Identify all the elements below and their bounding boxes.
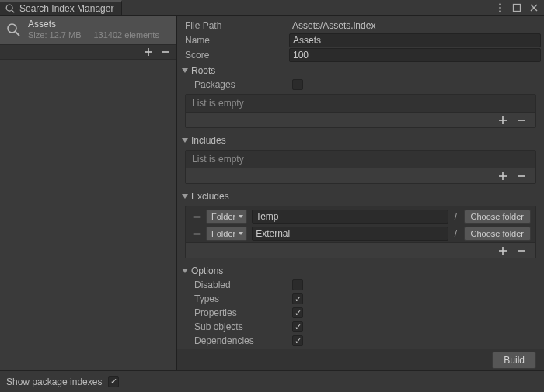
roots-add-button[interactable] bbox=[497, 114, 509, 127]
index-list-item[interactable]: Assets Size: 12.7 MB 131402 elements bbox=[0, 16, 176, 44]
show-package-indexes-checkbox[interactable]: ✓ bbox=[108, 376, 119, 387]
exclude-row: ═ Folder / Choose folder bbox=[186, 225, 535, 242]
option-label: Disabled bbox=[194, 279, 292, 290]
details-panel: File Path Assets/Assets.index Name Score… bbox=[177, 16, 544, 370]
svg-point-2 bbox=[499, 3, 500, 5]
option-row: Properties✓ bbox=[194, 306, 541, 320]
svg-point-8 bbox=[8, 24, 16, 33]
exclude-value-input[interactable] bbox=[252, 210, 448, 224]
roots-header[interactable]: Roots bbox=[180, 63, 541, 78]
details-bottom-bar: Build bbox=[177, 349, 544, 370]
foldout-open-icon bbox=[182, 137, 188, 144]
svg-marker-13 bbox=[182, 68, 188, 73]
choose-folder-button[interactable]: Choose folder bbox=[464, 227, 532, 241]
choose-folder-button[interactable]: Choose folder bbox=[464, 210, 532, 224]
includes-header[interactable]: Includes bbox=[180, 133, 541, 147]
exclude-value-input[interactable] bbox=[252, 227, 448, 241]
window-footer: Show package indexes ✓ bbox=[0, 370, 544, 392]
svg-line-9 bbox=[16, 32, 19, 36]
option-checkbox[interactable]: ✓ bbox=[292, 307, 303, 318]
svg-point-3 bbox=[499, 6, 500, 8]
includes-empty-text: List is empty bbox=[186, 151, 535, 168]
option-label: Types bbox=[194, 293, 292, 304]
svg-rect-5 bbox=[514, 4, 521, 11]
option-checkbox[interactable] bbox=[292, 279, 303, 290]
file-path-value: Assets/Assets.index bbox=[289, 19, 541, 33]
name-input[interactable] bbox=[289, 33, 541, 47]
score-input[interactable] bbox=[289, 48, 541, 62]
svg-point-4 bbox=[499, 10, 500, 12]
foldout-open-icon bbox=[182, 68, 188, 74]
score-label: Score bbox=[180, 50, 289, 61]
includes-add-button[interactable] bbox=[497, 170, 509, 182]
option-label: Dependencies bbox=[194, 335, 292, 346]
excludes-header[interactable]: Excludes bbox=[180, 189, 541, 203]
roots-list: List is empty bbox=[185, 94, 536, 128]
svg-line-1 bbox=[12, 10, 14, 12]
svg-marker-25 bbox=[182, 269, 188, 273]
roots-empty-text: List is empty bbox=[186, 95, 535, 112]
svg-point-0 bbox=[6, 5, 12, 11]
option-row: Dependencies✓ bbox=[194, 334, 541, 348]
option-checkbox[interactable]: ✓ bbox=[292, 335, 303, 346]
sidebar-toolbar bbox=[0, 44, 176, 60]
exclude-type-dropdown[interactable]: Folder bbox=[206, 227, 247, 241]
exclude-type-dropdown[interactable]: Folder bbox=[206, 210, 247, 224]
index-name: Assets bbox=[28, 19, 172, 30]
drag-handle-icon[interactable]: ═ bbox=[190, 211, 201, 222]
excludes-add-button[interactable] bbox=[497, 245, 509, 257]
drag-handle-icon[interactable]: ═ bbox=[190, 228, 201, 239]
maximize-icon[interactable] bbox=[511, 2, 522, 13]
packages-label: Packages bbox=[194, 79, 292, 90]
includes-list: List is empty bbox=[185, 150, 536, 184]
options-header[interactable]: Options bbox=[180, 263, 541, 278]
option-checkbox[interactable]: ✓ bbox=[292, 321, 303, 332]
excludes-list: ═ Folder / Choose folder ═ Folder / Choo… bbox=[185, 206, 536, 258]
magnifier-icon bbox=[5, 21, 22, 38]
excludes-remove-button[interactable] bbox=[515, 245, 528, 257]
add-index-button[interactable] bbox=[142, 46, 155, 58]
option-checkbox[interactable]: ✓ bbox=[292, 293, 303, 304]
titlebar-controls bbox=[490, 0, 544, 15]
main-content: Assets Size: 12.7 MB 131402 elements Fil… bbox=[0, 16, 544, 370]
index-size: Size: 12.7 MB bbox=[28, 30, 81, 41]
file-path-label: File Path bbox=[180, 20, 289, 31]
foldout-open-icon bbox=[182, 193, 188, 199]
window-tab[interactable]: Search Index Manager bbox=[0, 0, 122, 15]
foldout-open-icon bbox=[182, 268, 188, 274]
window-title: Search Index Manager bbox=[19, 3, 113, 14]
titlebar: Search Index Manager bbox=[0, 0, 544, 16]
option-label: Properties bbox=[194, 307, 292, 318]
option-label: Sub objects bbox=[194, 321, 292, 332]
sidebar: Assets Size: 12.7 MB 131402 elements bbox=[0, 16, 177, 370]
exclude-row: ═ Folder / Choose folder bbox=[186, 208, 535, 225]
close-icon[interactable] bbox=[528, 2, 539, 13]
path-separator: / bbox=[453, 228, 459, 239]
build-button[interactable]: Build bbox=[492, 352, 536, 369]
path-separator: / bbox=[453, 211, 459, 222]
show-package-indexes-label: Show package indexes bbox=[6, 376, 102, 387]
name-label: Name bbox=[180, 35, 289, 46]
option-row: Types✓ bbox=[194, 292, 541, 306]
svg-marker-21 bbox=[182, 194, 188, 199]
option-row: Disabled bbox=[194, 278, 541, 292]
index-elements: 131402 elements bbox=[93, 30, 159, 41]
remove-index-button[interactable] bbox=[159, 46, 172, 58]
roots-remove-button[interactable] bbox=[515, 114, 528, 127]
includes-remove-button[interactable] bbox=[515, 170, 528, 182]
kebab-menu-icon[interactable] bbox=[494, 2, 505, 13]
packages-checkbox[interactable] bbox=[292, 79, 303, 90]
search-icon bbox=[5, 3, 16, 14]
svg-marker-17 bbox=[182, 138, 188, 143]
option-row: Sub objects✓ bbox=[194, 320, 541, 334]
